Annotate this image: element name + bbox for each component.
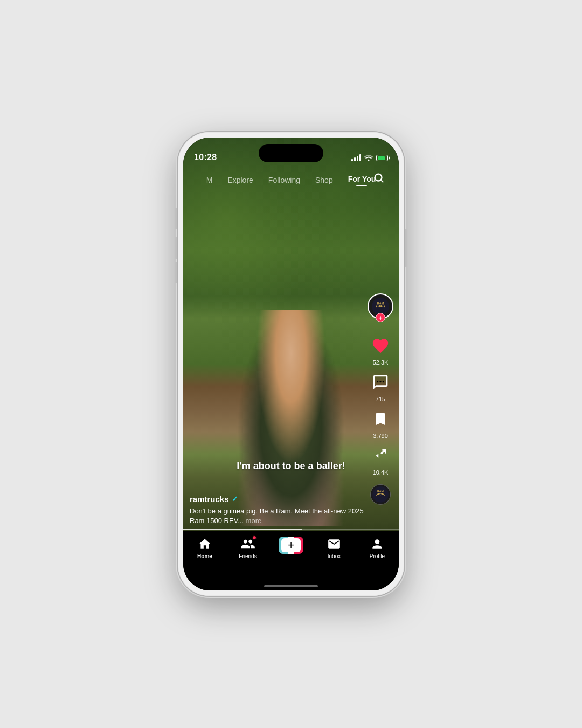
svg-text:RAM: RAM — [377, 490, 384, 493]
bookmark-count: 3,790 — [373, 432, 388, 439]
brand-logo-button[interactable]: RAM — [368, 482, 393, 507]
bottom-nav-inbox[interactable]: Inbox — [318, 537, 350, 559]
home-icon — [197, 537, 212, 552]
svg-point-9 — [372, 486, 389, 503]
home-label: Home — [197, 553, 212, 559]
comment-action[interactable]: 715 — [368, 370, 393, 402]
status-icons — [351, 154, 388, 162]
bookmark-button[interactable] — [368, 407, 393, 431]
like-action[interactable]: 52.3K — [368, 333, 393, 366]
bottom-nav-friends[interactable]: Friends — [232, 537, 264, 559]
create-icon: + — [281, 538, 301, 552]
status-time: 10:28 — [194, 153, 217, 162]
search-button[interactable] — [368, 167, 390, 193]
friends-icon — [240, 537, 255, 552]
profile-label: Profile — [370, 553, 385, 559]
caption-area: ramtrucks ✓ Don't be a guinea pig. Be a … — [190, 495, 364, 526]
progress-fill — [183, 529, 302, 530]
like-count: 52.3K — [373, 359, 389, 366]
home-indicator — [264, 585, 318, 587]
nav-item-explore[interactable]: Explore — [220, 171, 260, 189]
dynamic-island — [259, 144, 323, 162]
friends-notification-dot — [252, 535, 257, 540]
svg-point-4 — [382, 305, 384, 307]
follow-plus-button[interactable]: + — [376, 313, 385, 322]
brand-logo-action[interactable]: RAM — [368, 482, 393, 507]
video-progress-bar[interactable] — [183, 529, 399, 530]
phone-screen: 10:28 — [183, 138, 399, 590]
svg-text:RAM: RAM — [377, 301, 384, 305]
inbox-label: Inbox — [328, 553, 341, 559]
avatar-container[interactable]: RAM + — [368, 293, 393, 322]
username[interactable]: ramtrucks — [190, 495, 229, 504]
bottom-nav-profile[interactable]: Profile — [361, 537, 393, 559]
friends-label: Friends — [239, 553, 257, 559]
top-navigation: M Explore Following Shop For You — [183, 167, 399, 194]
signal-icon — [351, 155, 361, 161]
svg-point-6 — [379, 381, 381, 382]
phone-frame: 10:28 — [178, 132, 404, 596]
username-row: ramtrucks ✓ — [190, 495, 364, 504]
like-button[interactable] — [368, 333, 393, 358]
bottom-nav-home[interactable]: Home — [189, 537, 221, 559]
bottom-nav-create[interactable]: + — [275, 537, 307, 554]
share-action[interactable]: 10.4K — [368, 443, 393, 476]
svg-point-7 — [383, 381, 384, 382]
caption-text: Don't be a guinea pig. Be a Ram. Meet th… — [190, 506, 364, 526]
svg-point-0 — [375, 174, 382, 181]
svg-point-3 — [377, 305, 379, 307]
avatar-wrap: RAM + — [368, 293, 393, 319]
battery-icon — [376, 155, 388, 161]
bookmark-action[interactable]: 3,790 — [368, 407, 393, 439]
comment-count: 715 — [376, 396, 385, 402]
comment-button[interactable] — [368, 370, 393, 395]
person-silhouette — [237, 310, 345, 526]
inbox-icon — [327, 537, 342, 552]
battery-fill — [378, 156, 385, 160]
right-action-bar: RAM + 52.3K — [368, 293, 393, 507]
verified-badge: ✓ — [232, 495, 238, 503]
svg-point-5 — [377, 381, 378, 382]
brand-logo: RAM — [370, 484, 391, 505]
nav-item-following[interactable]: Following — [261, 171, 308, 189]
more-button[interactable]: more — [246, 517, 262, 525]
share-button[interactable] — [368, 443, 393, 468]
create-button[interactable]: + — [279, 537, 303, 554]
video-subtitle: I'm about to be a baller! — [237, 461, 345, 472]
profile-icon — [370, 537, 385, 552]
nav-item-me[interactable]: M — [199, 171, 220, 189]
wifi-icon — [364, 154, 373, 162]
nav-item-shop[interactable]: Shop — [308, 171, 341, 189]
bottom-navigation: Home Friends + — [183, 531, 399, 590]
share-count: 10.4K — [373, 469, 389, 476]
